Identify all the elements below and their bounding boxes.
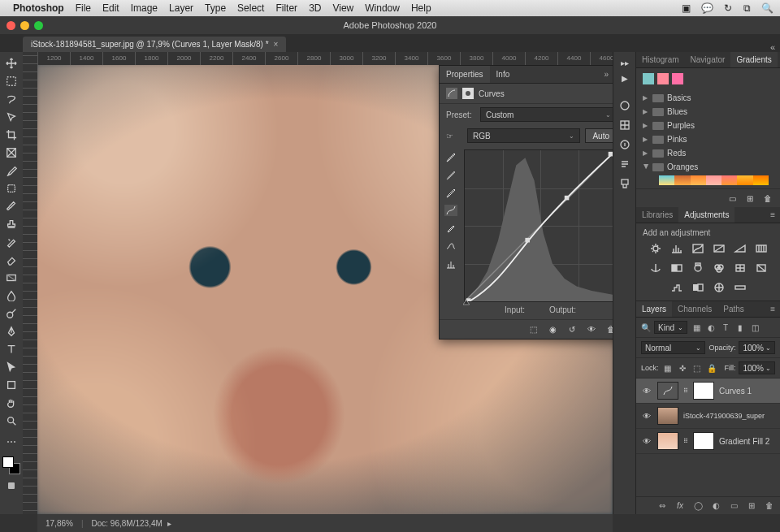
color-swatches[interactable] bbox=[2, 456, 20, 474]
new-group-icon[interactable]: ▭ bbox=[726, 192, 738, 204]
expand-icon[interactable]: « bbox=[770, 42, 775, 52]
gradient-swatch[interactable] bbox=[672, 73, 683, 84]
threshold-icon[interactable] bbox=[691, 281, 705, 294]
heal-tool[interactable] bbox=[2, 180, 21, 197]
screens-icon[interactable]: ⧉ bbox=[743, 2, 751, 14]
opacity-input[interactable]: 100%⌄ bbox=[739, 341, 775, 354]
gradient-tool[interactable] bbox=[2, 270, 21, 286]
filter-pixel-icon[interactable]: ▦ bbox=[691, 322, 702, 333]
selective-color-icon[interactable] bbox=[712, 281, 726, 294]
channel-icon[interactable]: ☞ bbox=[446, 132, 462, 141]
close-tab-icon[interactable]: × bbox=[274, 40, 279, 49]
layer-thumb[interactable] bbox=[657, 407, 678, 425]
posterize-icon[interactable] bbox=[670, 281, 684, 294]
invert-icon[interactable] bbox=[754, 262, 769, 275]
curve-pencil-tool-icon[interactable] bbox=[444, 223, 457, 234]
visibility-icon[interactable]: 👁 bbox=[641, 437, 652, 446]
frame-tool[interactable] bbox=[2, 145, 21, 161]
filter-type-icon[interactable]: T bbox=[720, 322, 731, 333]
new-layer-icon[interactable]: ⊞ bbox=[746, 500, 757, 511]
tab-channels[interactable]: Channels bbox=[672, 301, 717, 317]
curves-graph[interactable] bbox=[464, 149, 613, 302]
zoom-value[interactable]: 17,86% bbox=[46, 519, 73, 528]
shape-tool[interactable] bbox=[2, 377, 21, 393]
layer-row[interactable]: 👁 ⠿ Curves 1 bbox=[636, 378, 780, 404]
tab-navigator[interactable]: Navigator bbox=[685, 52, 731, 67]
panel-menu-icon[interactable]: ≡ bbox=[765, 207, 780, 223]
new-fill-adj-icon[interactable]: ◐ bbox=[710, 500, 722, 511]
blur-tool[interactable] bbox=[2, 288, 21, 304]
menu-photoshop[interactable]: Photoshop bbox=[13, 2, 64, 14]
toggle-visibility-icon[interactable]: 👁 bbox=[586, 324, 597, 335]
curve-line[interactable] bbox=[465, 150, 613, 301]
edit-toolbar-icon[interactable]: ⋯ bbox=[2, 434, 21, 450]
sampler-gray-icon[interactable] bbox=[444, 169, 457, 180]
gradient-swatch[interactable] bbox=[657, 73, 669, 84]
doc-size[interactable]: Doc: 96,8M/123,4M bbox=[92, 519, 162, 528]
clip-to-layer-icon[interactable]: ⬚ bbox=[527, 324, 539, 335]
search-icon[interactable]: 🔍 bbox=[761, 2, 774, 14]
layer-name[interactable]: iStock-471900639_super bbox=[683, 412, 765, 420]
layer-row[interactable]: 👁 ⠿ Gradient Fill 2 bbox=[636, 429, 780, 454]
clip-histogram-icon[interactable] bbox=[444, 258, 457, 270]
sync-icon[interactable]: ↻ bbox=[724, 2, 732, 14]
zoom-tool[interactable] bbox=[2, 413, 21, 429]
properties-panel[interactable]: Properties Info » ≡ Curves Preset: Custo… bbox=[439, 65, 613, 340]
move-tool[interactable] bbox=[2, 55, 21, 71]
view-previous-icon[interactable]: ◉ bbox=[547, 324, 558, 335]
stamp-tool[interactable] bbox=[2, 216, 21, 232]
menu-select[interactable]: Select bbox=[237, 2, 264, 14]
menu-type[interactable]: Type bbox=[205, 2, 226, 14]
menu-3d[interactable]: 3D bbox=[309, 2, 321, 14]
trash-icon[interactable]: 🗑 bbox=[762, 192, 774, 204]
mask-thumb[interactable] bbox=[693, 432, 714, 450]
menu-layer[interactable]: Layer bbox=[169, 2, 193, 14]
fill-input[interactable]: 100%⌄ bbox=[739, 361, 775, 374]
menu-help[interactable]: Help bbox=[411, 2, 431, 14]
layer-fx-icon[interactable]: fx bbox=[674, 500, 686, 511]
brush-tool[interactable] bbox=[2, 198, 21, 214]
tab-gradients[interactable]: Gradients bbox=[730, 52, 777, 67]
smooth-icon[interactable] bbox=[444, 240, 457, 252]
visibility-icon[interactable]: 👁 bbox=[641, 387, 652, 396]
document-tab[interactable]: iStock-181894581_super.jpg @ 17,9% (Curv… bbox=[23, 37, 286, 52]
color-balance-icon[interactable] bbox=[648, 262, 663, 275]
brush-panel-icon[interactable] bbox=[618, 176, 632, 191]
filter-adjust-icon[interactable]: ◐ bbox=[705, 322, 717, 333]
mask-icon[interactable] bbox=[462, 88, 474, 99]
expand-panels-icon[interactable]: ▸▸ bbox=[621, 58, 629, 67]
layer-row[interactable]: 👁 iStock-471900639_super bbox=[636, 404, 780, 429]
pen-tool[interactable] bbox=[2, 323, 21, 340]
layer-name[interactable]: Curves 1 bbox=[719, 387, 752, 396]
status-menu-icon[interactable]: ▸ bbox=[167, 519, 171, 528]
folder-basics[interactable]: ▶Basics bbox=[639, 91, 777, 105]
new-gradient-icon[interactable]: ⊞ bbox=[744, 192, 756, 204]
trash-icon[interactable]: 🗑 bbox=[605, 324, 613, 335]
lock-pixels-icon[interactable]: ▦ bbox=[662, 362, 674, 374]
channel-select[interactable]: RGB⌄ bbox=[467, 128, 580, 143]
lock-position-icon[interactable]: ✜ bbox=[677, 362, 688, 374]
tab-properties[interactable]: Properties bbox=[440, 66, 490, 83]
canvas[interactable]: Properties Info » ≡ Curves Preset: Custo… bbox=[37, 65, 613, 514]
close-icon[interactable] bbox=[6, 21, 15, 30]
minimize-icon[interactable] bbox=[20, 21, 29, 30]
menu-file[interactable]: File bbox=[76, 2, 91, 14]
link-icon[interactable]: ⠿ bbox=[683, 438, 688, 445]
tab-histogram[interactable]: Histogram bbox=[636, 52, 685, 67]
eraser-tool[interactable] bbox=[2, 252, 21, 268]
filter-shape-icon[interactable]: ▮ bbox=[734, 322, 746, 333]
chat-icon[interactable]: 💬 bbox=[701, 2, 713, 14]
marquee-tool[interactable] bbox=[2, 73, 21, 89]
crop-tool[interactable] bbox=[2, 127, 21, 143]
curve-point-tool-icon[interactable] bbox=[444, 205, 457, 216]
fill-thumb[interactable] bbox=[657, 432, 678, 450]
reset-icon[interactable]: ↺ bbox=[566, 324, 578, 335]
type-tool[interactable] bbox=[2, 341, 21, 357]
lock-all-icon[interactable]: 🔒 bbox=[706, 362, 717, 374]
orange-gradients-row[interactable] bbox=[659, 175, 769, 185]
exposure-icon[interactable] bbox=[712, 242, 726, 255]
foreground-color[interactable] bbox=[2, 456, 14, 468]
auto-button[interactable]: Auto bbox=[585, 128, 613, 143]
lasso-tool[interactable] bbox=[2, 91, 21, 107]
folder-oranges[interactable]: ▶Oranges bbox=[639, 160, 777, 174]
